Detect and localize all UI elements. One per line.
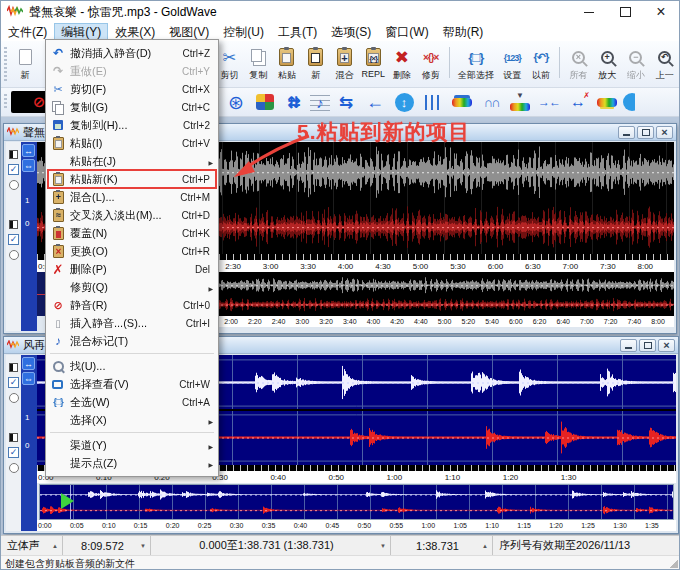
menu-bar-item[interactable]: 帮助(R) bbox=[436, 23, 491, 41]
edit-menu-item[interactable]: 修剪(Q) bbox=[46, 278, 218, 296]
edit-menu-item[interactable]: 重做(E) Ctrl+Y bbox=[46, 62, 218, 80]
time-tick-label: 7:40 bbox=[627, 318, 651, 325]
toolbar-button[interactable]: 全部选择 bbox=[454, 43, 498, 82]
toolbar-grip[interactable] bbox=[4, 47, 7, 81]
toolbar-button[interactable]: 设置 bbox=[498, 43, 527, 82]
menu-bar-item[interactable]: 窗口(W) bbox=[378, 23, 435, 41]
edit-menu-item[interactable]: 复制到(H)... Ctrl+2 bbox=[46, 116, 218, 134]
play-marker-icon[interactable] bbox=[61, 493, 74, 509]
channel-display-toggle-icon[interactable] bbox=[9, 433, 18, 442]
toolbar-button[interactable]: 放大 bbox=[593, 43, 622, 82]
effect-icon[interactable] bbox=[362, 91, 388, 113]
effect-icon[interactable] bbox=[391, 91, 417, 113]
channel-checkbox-icon[interactable] bbox=[8, 447, 19, 458]
effect-icon[interactable] bbox=[310, 91, 330, 113]
edit-menu-item[interactable]: 提示点(Z) bbox=[46, 454, 218, 472]
edit-menu-item[interactable] bbox=[46, 350, 218, 357]
resize-grip[interactable] bbox=[669, 559, 678, 568]
h-expand-icon[interactable] bbox=[22, 357, 35, 370]
edit-menu-item[interactable]: 全选(W) Ctrl+A bbox=[46, 393, 218, 411]
toolbar-button[interactable] bbox=[445, 43, 454, 82]
effect-icon[interactable] bbox=[252, 91, 278, 113]
channel-display-toggle-icon[interactable] bbox=[9, 220, 18, 229]
toolbar-grip[interactable] bbox=[4, 94, 7, 110]
h-fit-icon[interactable] bbox=[22, 159, 35, 172]
channel-radio-icon[interactable] bbox=[9, 463, 19, 473]
edit-menu-item[interactable]: 复制(G) Ctrl+C bbox=[46, 98, 218, 116]
edit-menu-item[interactable]: 粘贴在(J) bbox=[46, 152, 218, 170]
effect-icon[interactable] bbox=[594, 91, 620, 113]
toolbar-button[interactable]: REPL bbox=[359, 43, 388, 82]
effect-icon[interactable] bbox=[449, 91, 475, 113]
effect-icon[interactable] bbox=[623, 91, 635, 113]
effect-icon[interactable] bbox=[507, 91, 533, 113]
channel-checkbox-icon[interactable] bbox=[8, 377, 19, 388]
status-length[interactable]: 8:09.572 bbox=[63, 536, 151, 555]
menu-bar-item[interactable]: 选项(S) bbox=[324, 23, 378, 41]
edit-menu-item[interactable]: 粘贴(I) Ctrl+V bbox=[46, 134, 218, 152]
edit-menu-item[interactable]: 剪切(F) Ctrl+X bbox=[46, 80, 218, 98]
channel-radio-icon[interactable] bbox=[9, 180, 19, 190]
menu-bar-item[interactable]: 工具(T) bbox=[271, 23, 324, 41]
effect-icon[interactable] bbox=[281, 91, 307, 113]
channel-checkbox-icon[interactable] bbox=[8, 164, 19, 175]
window-restore-icon[interactable] bbox=[639, 339, 656, 352]
minimize-icon[interactable] bbox=[571, 1, 607, 23]
status-selection[interactable]: 0.000至1:38.731 (1:38.731) bbox=[151, 536, 391, 555]
edit-menu-item[interactable]: 渠道(Y) bbox=[46, 436, 218, 454]
window-close-icon[interactable] bbox=[656, 126, 673, 139]
toolbar-button[interactable]: 删除 bbox=[388, 43, 417, 82]
toolbar-button[interactable]: 以前 bbox=[527, 43, 556, 82]
window-minimize-icon[interactable] bbox=[620, 339, 637, 352]
time-tick-label: 0:35 bbox=[261, 522, 293, 529]
edit-menu-item[interactable]: 找(U)... bbox=[46, 357, 218, 375]
edit-menu-item[interactable]: 混合(L)... Ctrl+M bbox=[46, 188, 218, 206]
effect-icon[interactable] bbox=[536, 91, 562, 113]
toolbar-button[interactable]: 缩小 bbox=[622, 43, 651, 82]
channel-display-toggle-icon[interactable] bbox=[9, 363, 18, 372]
edit-menu-item[interactable]: 混合标记(T) bbox=[46, 332, 218, 350]
edit-menu-item[interactable] bbox=[46, 429, 218, 436]
channel-display-toggle-icon[interactable] bbox=[9, 150, 18, 159]
channel-radio-icon[interactable] bbox=[9, 250, 19, 260]
time-tick-label: 4:20 bbox=[389, 318, 413, 325]
edit-menu-item[interactable]: 插入静音...(S)... Ctrl+I bbox=[46, 314, 218, 332]
toolbar-button[interactable]: 修剪 bbox=[416, 43, 445, 82]
window-close-icon[interactable] bbox=[658, 339, 675, 352]
effect-icon[interactable] bbox=[223, 91, 249, 113]
toolbar-button[interactable]: 所有 bbox=[564, 43, 593, 82]
window-minimize-icon[interactable] bbox=[618, 126, 635, 139]
overview-display[interactable] bbox=[39, 484, 674, 520]
h-expand-icon[interactable] bbox=[22, 144, 35, 157]
toolbar-button[interactable]: 粘贴 bbox=[273, 43, 302, 82]
edit-menu-item[interactable]: 撤消插入静音(D) Ctrl+Z bbox=[46, 44, 218, 62]
toolbar-button[interactable]: 混合 bbox=[330, 43, 359, 82]
toolbar-button[interactable]: 新 bbox=[301, 43, 330, 82]
effect-icon[interactable] bbox=[333, 91, 359, 113]
effect-icon[interactable] bbox=[420, 91, 446, 113]
toolbar-button[interactable]: 剪切 bbox=[215, 43, 244, 82]
maximize-icon[interactable] bbox=[607, 1, 643, 23]
effect-icon[interactable] bbox=[478, 91, 504, 113]
toolbar-button[interactable]: 新 bbox=[10, 43, 40, 82]
h-fit-icon[interactable] bbox=[22, 372, 35, 385]
status-channel-mode[interactable]: 立体声 bbox=[1, 536, 63, 555]
edit-menu-item[interactable]: 删除(P) Del bbox=[46, 260, 218, 278]
toolbar-button[interactable] bbox=[555, 43, 564, 82]
window-restore-icon[interactable] bbox=[637, 126, 654, 139]
edit-menu-item[interactable]: 交叉淡入淡出(M)... Ctrl+D bbox=[46, 206, 218, 224]
channel-checkbox-icon[interactable] bbox=[8, 234, 19, 245]
status-position[interactable]: 1:38.731 bbox=[391, 536, 493, 555]
channel-radio-icon[interactable] bbox=[9, 393, 19, 403]
edit-menu-item[interactable]: 选择(X) bbox=[46, 411, 218, 429]
edit-menu-item[interactable]: 静音(R) Ctrl+0 bbox=[46, 296, 218, 314]
effect-icon[interactable] bbox=[565, 91, 591, 113]
toolbar-button[interactable]: 上一 bbox=[650, 43, 679, 82]
edit-menu-item[interactable]: 选择查看(V) Ctrl+W bbox=[46, 375, 218, 393]
toolbar-button[interactable]: 复制 bbox=[244, 43, 273, 82]
edit-menu-item[interactable]: 覆盖(N) Ctrl+K bbox=[46, 224, 218, 242]
close-icon[interactable] bbox=[643, 1, 679, 23]
menu-bar-item[interactable]: 控制(U) bbox=[216, 23, 271, 41]
edit-menu-item[interactable]: 粘贴新(K) Ctrl+P bbox=[46, 170, 218, 188]
edit-menu-item[interactable]: 更换(O) Ctrl+R bbox=[46, 242, 218, 260]
